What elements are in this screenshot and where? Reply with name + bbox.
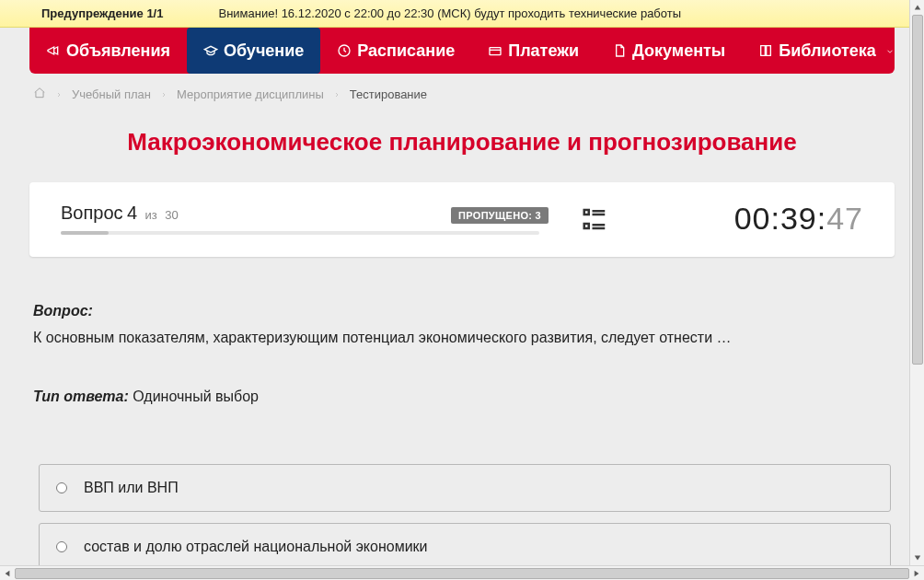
graduation-cap-icon xyxy=(203,43,218,58)
nav-label: Обучение xyxy=(224,41,304,61)
horizontal-scrollbar[interactable] xyxy=(0,565,924,580)
breadcrumb-event[interactable]: Мероприятие дисциплины xyxy=(177,87,324,101)
question-label: Вопрос: xyxy=(33,303,891,319)
timer: 00:39:47 xyxy=(641,201,863,237)
chevron-down-icon xyxy=(885,41,895,61)
page-title: Макроэкономическое планирование и прогно… xyxy=(0,111,924,182)
nav-announcements[interactable]: Объявления xyxy=(29,28,187,74)
nav-label: Расписание xyxy=(357,41,455,61)
answer-option[interactable]: ВВП или ВНП xyxy=(39,464,891,512)
chevron-right-icon xyxy=(55,87,63,101)
answer-text: состав и долю отраслей национальной экон… xyxy=(84,539,428,555)
scroll-down-arrow[interactable] xyxy=(910,551,925,565)
answer-text: ВВП или ВНП xyxy=(84,480,179,496)
nav-label: Библиотека xyxy=(779,41,876,61)
nav-label: Документы xyxy=(632,41,725,61)
breadcrumb: Учебный план Мероприятие дисциплины Тест… xyxy=(29,74,895,111)
answer-type-value: Одиночный выбор xyxy=(129,389,259,404)
answer-type-label: Тип ответа: xyxy=(33,389,129,404)
chevron-right-icon xyxy=(333,87,341,101)
nav-label: Объявления xyxy=(66,41,170,61)
quiz-status-card: Вопрос 4 из 30 ПРОПУЩЕНО: 3 00:39:47 xyxy=(29,182,895,257)
question-text: К основным показателям, характеризующим … xyxy=(33,327,891,348)
svg-rect-3 xyxy=(584,224,589,228)
progress-fill xyxy=(61,231,109,235)
nav-schedule[interactable]: Расписание xyxy=(320,28,471,74)
scroll-thumb[interactable] xyxy=(15,568,909,579)
timer-seconds: 47 xyxy=(826,201,863,236)
scroll-up-arrow[interactable] xyxy=(910,0,925,15)
scroll-track[interactable] xyxy=(15,568,909,579)
scroll-left-arrow[interactable] xyxy=(0,566,15,581)
wallet-icon xyxy=(488,43,502,58)
document-icon xyxy=(612,43,627,58)
vertical-scrollbar[interactable] xyxy=(909,0,924,565)
breadcrumb-current: Тестирование xyxy=(350,87,427,101)
scroll-track[interactable] xyxy=(912,15,923,551)
nav-library[interactable]: Библиотека xyxy=(742,28,911,74)
warning-bar: Предупреждение 1/1 Внимание! 16.12.2020 … xyxy=(0,0,924,28)
question-word: Вопрос xyxy=(61,203,123,223)
main-nav: Объявления Обучение Расписание Платежи Д… xyxy=(29,28,895,74)
scroll-thumb[interactable] xyxy=(912,15,923,365)
svg-rect-2 xyxy=(584,210,589,215)
book-icon xyxy=(758,43,773,58)
answer-option[interactable]: состав и долю отраслей национальной экон… xyxy=(39,523,891,565)
timer-main: 00:39: xyxy=(734,201,827,236)
clock-icon xyxy=(337,43,352,58)
breadcrumb-plan[interactable]: Учебный план xyxy=(72,87,151,101)
progress-bar xyxy=(61,231,539,235)
megaphone-icon xyxy=(46,43,61,58)
answers-list: ВВП или ВНП состав и долю отраслей нацио… xyxy=(31,464,893,565)
chevron-right-icon xyxy=(160,87,167,101)
question-number: 4 xyxy=(127,203,137,223)
warning-message: Внимание! 16.12.2020 с 22:00 до 22:30 (М… xyxy=(218,6,915,20)
nav-education[interactable]: Обучение xyxy=(187,28,320,74)
breadcrumb-home[interactable] xyxy=(33,87,46,102)
skipped-badge: ПРОПУЩЕНО: 3 xyxy=(451,207,549,224)
scroll-right-arrow[interactable] xyxy=(909,566,924,581)
question-list-button[interactable] xyxy=(549,205,641,233)
nav-documents[interactable]: Документы xyxy=(595,28,742,74)
warning-title: Предупреждение 1/1 xyxy=(41,6,163,20)
answer-radio[interactable] xyxy=(56,541,67,552)
question-of: из xyxy=(145,208,157,222)
svg-rect-1 xyxy=(490,48,501,55)
answer-radio[interactable] xyxy=(56,482,67,493)
nav-payments[interactable]: Платежи xyxy=(471,28,595,74)
nav-label: Платежи xyxy=(508,41,579,61)
question-total: 30 xyxy=(165,208,178,222)
